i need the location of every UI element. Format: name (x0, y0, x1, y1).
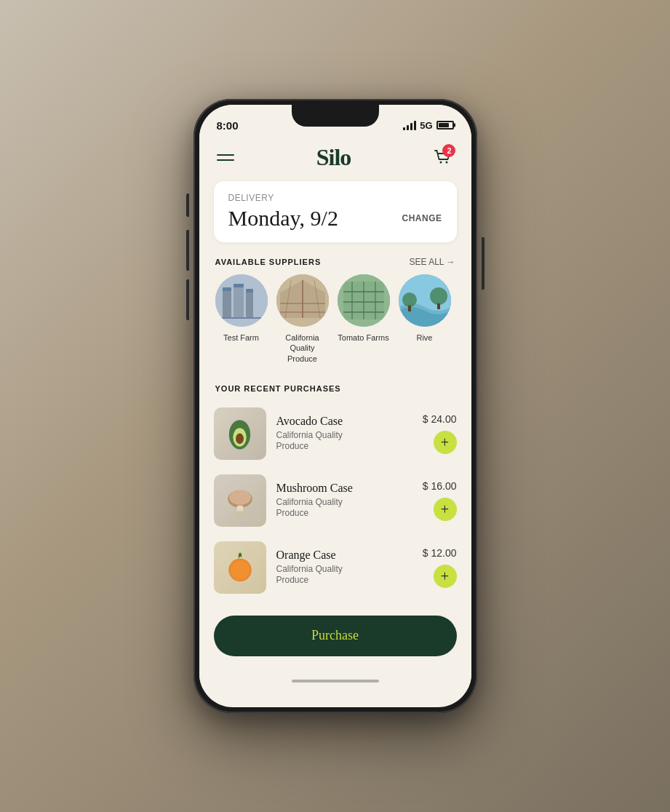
hamburger-menu-button[interactable] (217, 154, 234, 161)
svg-rect-28 (437, 303, 440, 309)
svg-rect-5 (234, 285, 244, 318)
volume-up-button (186, 230, 189, 271)
add-orange-button[interactable]: + (434, 565, 457, 588)
network-type: 5G (420, 120, 432, 131)
mushroom-illustration (214, 474, 266, 527)
product-name-mushroom: Mushroom Case (276, 482, 412, 495)
svg-point-36 (235, 511, 244, 514)
svg-point-38 (229, 560, 250, 581)
app-header: Silo 2 (199, 137, 471, 178)
status-icons: 5G (403, 120, 453, 131)
supplier-name-tomato: Tomato Farms (338, 333, 388, 343)
home-indicator (199, 674, 471, 688)
recent-purchases-header: YOUR RECENT PURCHASES (199, 378, 471, 400)
product-supplier-mushroom: California QualityProduce (276, 497, 412, 520)
supplier-name-rive: Rive (416, 333, 432, 343)
product-price-orange: $ 12.00 (423, 547, 457, 559)
product-name-orange: Orange Case (276, 549, 412, 562)
phone-frame: 8:00 5G (194, 99, 477, 713)
change-date-button[interactable]: CHANGE (402, 213, 442, 223)
svg-point-31 (236, 434, 244, 445)
supplier-avatar-testfarm (215, 274, 268, 327)
suppliers-list: Test Farm (199, 274, 471, 375)
svg-point-34 (229, 490, 251, 505)
supplier-name-testfarm: Test Farm (223, 333, 259, 343)
svg-rect-8 (246, 289, 253, 292)
hamburger-line-1 (217, 154, 234, 156)
supplier-item-tomato[interactable]: Tomato Farms (338, 274, 390, 364)
avocado-illustration (214, 407, 266, 460)
svg-point-1 (446, 161, 448, 163)
product-image-mushroom (214, 474, 266, 527)
product-supplier-avocado: California QualityProduce (276, 430, 412, 453)
product-item-orange: Orange Case California QualityProduce $ … (199, 534, 471, 601)
orange-illustration (214, 541, 266, 594)
product-item-avocado: Avocado Case California QualityProduce $… (199, 400, 471, 467)
suppliers-section-title: AVAILABLE SUPPLIERS (215, 258, 322, 266)
svg-point-27 (430, 287, 447, 305)
svg-point-25 (402, 292, 417, 307)
hamburger-line-2 (217, 159, 234, 161)
product-image-orange (214, 541, 266, 594)
svg-rect-26 (408, 306, 411, 311)
delivery-label: Delivery (228, 193, 442, 203)
add-avocado-button[interactable]: + (434, 431, 457, 454)
product-image-avocado (214, 407, 266, 460)
product-right-avocado: $ 24.00 + (423, 413, 457, 454)
recent-purchases-title: YOUR RECENT PURCHASES (215, 384, 341, 393)
svg-rect-3 (223, 289, 231, 318)
product-details-orange: Orange Case California QualityProduce (276, 549, 412, 586)
product-name-avocado: Avocado Case (276, 415, 412, 428)
delivery-date: Monday, 9/2 (228, 206, 338, 231)
supplier-item-rive[interactable]: Rive (399, 274, 451, 364)
app-content: Silo 2 Delivery Monday, 9/2 CHANGE (199, 137, 471, 707)
supplier-avatar-rive (399, 274, 451, 327)
home-bar (292, 680, 379, 682)
product-details-mushroom: Mushroom Case California QualityProduce (276, 482, 412, 520)
product-item-mushroom: Mushroom Case California QualityProduce … (199, 467, 471, 534)
product-supplier-orange: California QualityProduce (276, 564, 412, 586)
status-time: 8:00 (217, 119, 239, 132)
supplier-item-testfarm[interactable]: Test Farm (215, 274, 268, 364)
product-right-orange: $ 12.00 + (423, 547, 457, 588)
signal-bars-icon (403, 120, 416, 130)
purchase-btn-container: Purchase (199, 604, 471, 674)
recent-purchases-section: YOUR RECENT PURCHASES (199, 375, 471, 604)
power-button (482, 237, 484, 290)
app-logo: Silo (316, 144, 351, 171)
volume-down-button (186, 279, 189, 320)
cart-badge: 2 (442, 144, 455, 157)
notch (292, 105, 379, 127)
svg-rect-6 (234, 284, 244, 287)
supplier-item-cqp[interactable]: California Quality Produce (276, 274, 329, 364)
mute-button (186, 194, 189, 217)
cart-button[interactable]: 2 (433, 148, 453, 168)
supplier-avatar-tomato (338, 274, 390, 327)
suppliers-section-header: AVAILABLE SUPPLIERS SEE ALL → (199, 251, 471, 274)
delivery-row: Monday, 9/2 CHANGE (228, 206, 442, 231)
product-price-mushroom: $ 16.00 (423, 480, 457, 492)
battery-icon (436, 121, 454, 130)
purchase-btn-label: Purchase (311, 628, 359, 643)
supplier-name-cqp: California Quality Produce (276, 333, 329, 364)
arrow-icon: → (447, 257, 455, 267)
add-mushroom-button[interactable]: + (434, 498, 457, 521)
see-all-suppliers-button[interactable]: SEE ALL → (409, 257, 455, 267)
supplier-avatar-cqp (276, 274, 329, 327)
product-right-mushroom: $ 16.00 + (423, 480, 457, 521)
product-price-avocado: $ 24.00 (423, 413, 457, 425)
svg-point-0 (440, 161, 442, 163)
battery-fill (439, 123, 449, 127)
purchase-button[interactable]: Purchase (214, 616, 457, 656)
delivery-card: Delivery Monday, 9/2 CHANGE (214, 181, 457, 242)
svg-rect-4 (223, 287, 231, 291)
svg-rect-7 (246, 290, 253, 318)
product-details-avocado: Avocado Case California QualityProduce (276, 415, 412, 453)
phone-screen: 8:00 5G (199, 105, 471, 707)
